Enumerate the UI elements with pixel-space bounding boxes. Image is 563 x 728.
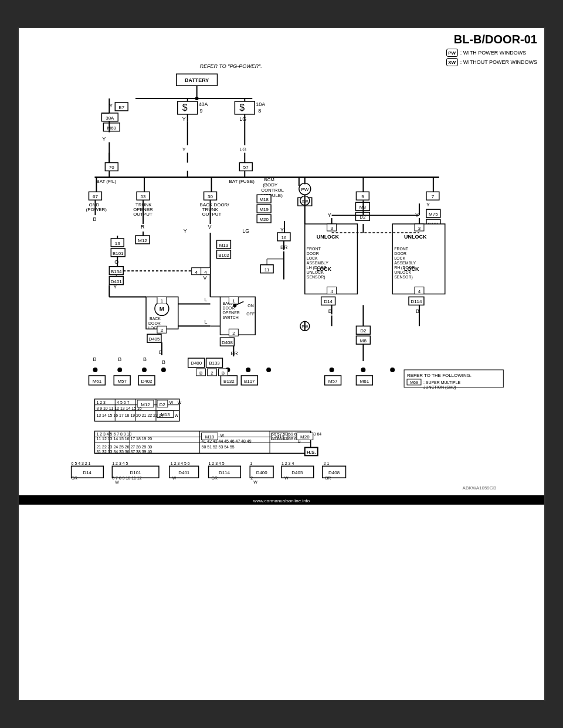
svg-text:31 32 33 34 35 36 37 38 39 40: 31 32 33 34 35 36 37 38 39 40 [96,450,152,454]
svg-text:M57: M57 [117,379,127,384]
svg-text:OFF: OFF [246,312,255,316]
svg-text:E7: E7 [118,105,124,110]
svg-text:B: B [199,370,202,376]
svg-text:70: 70 [109,165,114,170]
svg-text:M12: M12 [138,238,147,243]
svg-text:30: 30 [208,194,213,199]
svg-text:9: 9 [200,108,203,114]
svg-text:BACK: BACK [150,317,161,321]
svg-text:1: 1 [161,298,164,304]
svg-text:4: 4 [204,270,207,275]
svg-text:RH (DOOR: RH (DOOR [394,266,415,270]
svg-text:W: W [253,480,257,484]
svg-text:3: 3 [330,226,333,231]
svg-text:41 42 43 44 45 46 47 48 49: 41 42 43 44 45 46 47 48 49 [202,439,252,443]
svg-text:V: V [208,224,212,230]
svg-text:LH (DOOR: LH (DOOR [307,266,327,270]
svg-text:2: 2 [211,370,213,376]
svg-point-226 [142,368,147,372]
refer-power-text: REFER TO "PG-POWER". [200,63,262,69]
svg-text:D14: D14 [83,470,91,475]
svg-text:DOOR: DOOR [307,251,319,256]
svg-text:2 1: 2 1 [324,461,330,465]
svg-text:W: W [115,480,119,484]
svg-text:B: B [222,370,225,376]
svg-point-230 [266,368,271,372]
svg-text:4 5 6 7: 4 5 6 7 [117,400,129,404]
svg-text:D402: D402 [141,379,153,384]
svg-text:W: W [175,413,179,417]
svg-text:B117: B117 [244,379,255,384]
svg-text:13: 13 [115,241,120,246]
svg-text:57: 57 [243,165,249,170]
svg-text:GR: GR [212,476,218,480]
svg-text:M8: M8 [360,338,367,343]
svg-text:8: 8 [258,108,261,114]
svg-text:: SUPER MULTIPLE: : SUPER MULTIPLE [423,380,461,385]
svg-text:D405: D405 [291,470,303,475]
svg-point-227 [161,368,166,372]
svg-point-232 [361,368,365,372]
svg-text:B: B [118,356,121,362]
svg-text:CONTROL: CONTROL [261,188,284,193]
svg-text:H.S.: H.S. [307,450,316,455]
svg-text:SENSOR): SENSOR) [394,275,413,280]
svg-text:GR: GR [72,476,77,480]
svg-text:4: 4 [195,270,198,275]
svg-text:REFER TO THE FOLLOWING.: REFER TO THE FOLLOWING. [407,373,472,378]
svg-text:D101: D101 [130,470,142,475]
svg-text:JUNCTION (SMJ): JUNCTION (SMJ) [423,385,456,390]
svg-text:D408: D408 [222,340,233,345]
svg-text:M69: M69 [107,125,117,131]
svg-text:B: B [328,308,332,314]
svg-text:M12: M12 [141,402,150,407]
svg-text:W: W [178,400,182,404]
svg-text:B134: B134 [111,269,122,274]
svg-text:Y: Y [184,228,187,234]
svg-text:Y: Y [280,227,284,233]
svg-text:6 7 8 9 10 11 12: 6 7 8 9 10 11 12 [112,476,141,480]
svg-text:W: W [172,476,177,480]
svg-text:1 2 3 4 5: 1 2 3 4 5 [209,461,225,465]
svg-text:B: B [298,439,301,443]
svg-text:2: 2 [250,476,253,480]
svg-text:21 22 23 24 25 26 27 28 29 30: 21 22 23 24 25 26 27 28 29 30 [96,445,152,449]
svg-text:FRONT: FRONT [307,247,321,251]
svg-text:1 2 3 4: 1 2 3 4 [282,461,294,465]
svg-text:1 2 3 4 5: 1 2 3 4 5 [112,461,128,465]
svg-text:B: B [143,356,147,362]
svg-text:3: 3 [418,226,421,231]
svg-text:2: 2 [161,328,164,333]
svg-rect-6 [178,101,198,114]
svg-text:Y: Y [182,147,186,152]
svg-text:M61: M61 [93,379,102,384]
svg-text:67: 67 [93,194,98,199]
svg-text:L: L [205,297,208,302]
svg-text:www.carmanualsonline.info: www.carmanualsonline.info [253,498,310,504]
svg-text:UNLOCK: UNLOCK [317,234,340,240]
svg-text:M69: M69 [410,380,418,385]
svg-text:D2: D2 [160,402,166,407]
svg-text:M57: M57 [328,379,338,384]
svg-text:M20: M20 [259,217,269,222]
svg-text:OUTPUT: OUTPUT [202,212,222,217]
svg-text:SWITCH: SWITCH [222,315,238,319]
svg-text:BATTERY: BATTERY [185,77,209,83]
svg-text:LG: LG [239,116,246,122]
svg-text:W: W [284,476,289,480]
svg-text:9: 9 [361,194,364,199]
svg-text:B102: B102 [218,253,229,258]
svg-text:W: W [220,433,224,437]
svg-text:V: V [204,275,207,281]
svg-text:Y: Y [113,284,117,290]
svg-text:ON: ON [247,304,253,308]
svg-text:B: B [93,216,96,222]
svg-point-233 [390,368,395,372]
svg-text:(BODY: (BODY [263,182,278,188]
svg-text:D14: D14 [324,299,333,304]
svg-text:BAT (F/L): BAT (F/L) [96,179,116,184]
svg-point-229 [246,368,250,372]
svg-text:M: M [160,305,164,312]
svg-text:DOOR: DOOR [148,321,161,325]
svg-text:16: 16 [282,235,287,240]
